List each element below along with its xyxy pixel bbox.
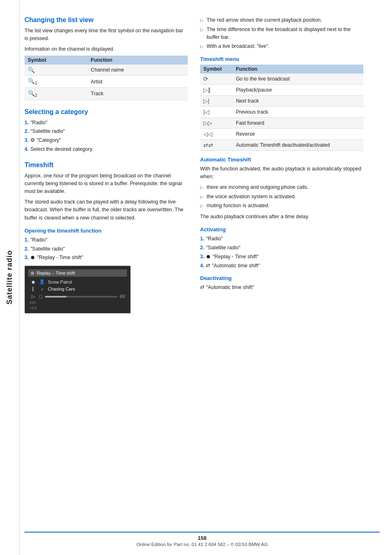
list-item: 1."Radio" (24, 119, 188, 127)
func-cell: Reverse (233, 129, 363, 140)
auto-timeshift-bullets: there are incoming and outgoing phone ca… (200, 184, 363, 210)
list-item: the voice activation system is activated… (200, 193, 363, 201)
activating-steps: 1."Radio" 2."Satellite radio" 3.⏺ "Repla… (200, 235, 363, 269)
function-cell: Track (87, 87, 188, 100)
table-row: ▷‖ Playback/pause (200, 85, 363, 96)
table-row: 🔍2 Track (24, 87, 188, 100)
page-footer: 158 Online Edition for Part no. 01 41 2 … (24, 532, 380, 547)
footer-text: Online Edition for Part no. 01 41 2 604 … (24, 542, 380, 547)
sym-cell: ▷| (200, 96, 233, 107)
list-item: The red arrow shows the current playback… (200, 16, 363, 24)
func-cell: Playback/pause (233, 85, 363, 96)
func-cell: Next track (233, 96, 363, 107)
list-item: there are incoming and outgoing phone ca… (200, 184, 363, 191)
list-item: The time difference to the live broadcas… (200, 26, 363, 41)
symbol-cell: 🔍1 (24, 76, 87, 88)
list-item: 2."Satellite radio" (24, 245, 188, 253)
func-cell: Fast forward (233, 118, 363, 129)
table-row: ⇄⇄ Automatic Timeshift deactivated/activ… (200, 140, 363, 151)
list-item: 3.⏺ "Replay - Time shift" (200, 253, 363, 261)
sidebar-label: Satellite radio (0, 0, 20, 555)
list-item: 1."Radio" (24, 236, 188, 244)
ts-header-text: Replay – Time shift (37, 271, 75, 275)
sub-title-deactivating: Deactivating (200, 275, 363, 281)
section-title-changing: Changing the list view (24, 16, 188, 24)
sym-cell: ⇄⇄ (200, 140, 233, 151)
list-item: 1."Radio" (200, 235, 363, 243)
col-function-1: Function (87, 56, 188, 65)
list-item: 4.Select the desired category. (24, 145, 188, 153)
ts-artist: Snow Patrol (48, 280, 72, 284)
timeshift-body1: Approx. one hour of the program being br… (24, 172, 188, 196)
page-content: Changing the list view The list view cha… (24, 0, 380, 342)
list-item: 4.⇄ "Automatic time shift" (200, 262, 363, 270)
symbol-table-list: Symbol Function 🔍 Channel name 🔍1 Artist… (24, 56, 188, 100)
ts-song: Chasing Cars (48, 286, 75, 291)
ts-progress-row: ▷ ▢ 40/ (28, 293, 127, 300)
page-number: 158 (24, 535, 380, 541)
auto-timeshift-body2: The audio playback continues after a tim… (200, 213, 363, 221)
ts-header: ⚙ Replay – Time shift (28, 269, 127, 277)
section1-body1: The list view changes every time the fir… (24, 27, 188, 43)
sub-title-timeshift-menu: Timeshift menu (200, 56, 363, 62)
timeshift-menu-table: Symbol Function ⟳ Go to the live broadca… (200, 65, 363, 151)
list-item: 2."Satellite radio" (200, 244, 363, 252)
ts-row-song: ‖ ♪ Chasing Cars (28, 286, 127, 291)
function-cell: Artist (87, 76, 188, 88)
list-item: With a live broadcast: "live". (200, 43, 363, 50)
right-bullets: The red arrow shows the current playback… (200, 16, 363, 50)
table-row: 🔍 Channel name (24, 65, 188, 76)
list-item: 3.⏺ "Replay - Time shift" (24, 254, 188, 262)
sub-title-opening: Opening the timeshift function (24, 228, 188, 234)
ts-progress-bar (45, 296, 117, 298)
func-cell: Previous track (233, 107, 363, 118)
section1-body2: Information on the channel is displayed. (24, 45, 188, 53)
sym-cell: ▷▷ (200, 118, 233, 129)
table-row: ▷▷ Fast forward (200, 118, 363, 129)
timeshift-body2: The stored audio track can be played wit… (24, 198, 188, 222)
func-cell: Automatic Timeshift deactivated/activate… (233, 140, 363, 151)
sym-cell: ▷‖ (200, 85, 233, 96)
list-item: 3.⚙ "Category" (24, 137, 188, 144)
table-row: ◁◁ Reverse (200, 129, 363, 140)
ts-controls: ▷▷ ◁◁ (28, 300, 127, 310)
sym-cell: ◁◁ (200, 129, 233, 140)
left-column: Changing the list view The list view cha… (24, 16, 188, 318)
table-row: |◁ Previous track (200, 107, 363, 118)
selecting-steps: 1."Radio" 2."Satellite radio" 3.⚙ "Categ… (24, 119, 188, 153)
symbol-cell: 🔍2 (24, 87, 87, 100)
table-row: ▷| Next track (200, 96, 363, 107)
sub-title-activating: Activating (200, 226, 363, 233)
sym-cell: ⟳ (200, 74, 233, 85)
table-row: ⟳ Go to the live broadcast (200, 74, 363, 85)
table-row: 🔍1 Artist (24, 76, 188, 88)
ts-time: 40/ (120, 294, 125, 299)
col-symbol-tm: Symbol (200, 65, 233, 74)
col-function-tm: Function (233, 65, 363, 74)
timeshift-screen: ⚙ Replay – Time shift ⏺ 👤 Snow Patrol ‖ … (24, 266, 131, 313)
section-title-timeshift: Timeshift (24, 161, 188, 169)
list-item: muting function is activated. (200, 202, 363, 210)
symbol-cell: 🔍 (24, 65, 87, 76)
sidebar-text: Satellite radio (5, 250, 14, 304)
list-item: 2."Satellite radio" (24, 128, 188, 135)
right-column: The red arrow shows the current playback… (200, 16, 363, 318)
col-symbol-1: Symbol (24, 56, 87, 65)
sub-title-auto-timeshift: Automatic Timeshift (200, 157, 363, 163)
section-title-selecting: Selecting a category (24, 108, 188, 116)
ts-row-artist: ⏺ 👤 Snow Patrol (28, 279, 127, 284)
sym-cell: |◁ (200, 107, 233, 118)
func-cell: Go to the live broadcast (233, 74, 363, 85)
opening-steps: 1."Radio" 2."Satellite radio" 3.⏺ "Repla… (24, 236, 188, 262)
function-cell: Channel name (87, 65, 188, 76)
ts-progress-fill (45, 296, 67, 298)
deactivating-step: ⇄ "Automatic time shift" (200, 284, 363, 291)
auto-timeshift-body: With the function activated, the audio p… (200, 165, 363, 181)
